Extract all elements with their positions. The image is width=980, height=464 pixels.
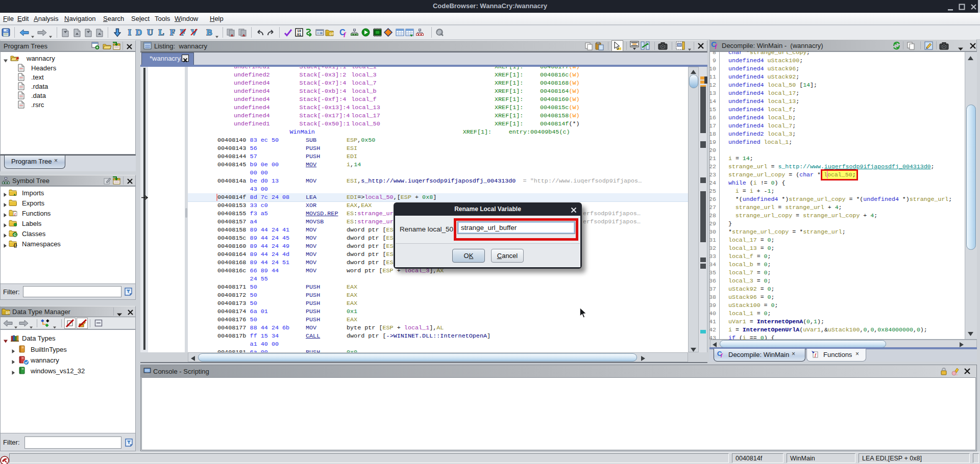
- svg-text:DT: DT: [330, 32, 334, 36]
- svg-text:{}: {}: [13, 243, 17, 248]
- svg-text:F: F: [170, 28, 175, 37]
- svg-text:I: I: [128, 28, 131, 37]
- svg-text:DT: DT: [6, 311, 11, 315]
- svg-text:B: B: [206, 28, 212, 37]
- svg-text:f: f: [721, 352, 723, 357]
- svg-text:01: 01: [297, 33, 301, 37]
- svg-text:U: U: [147, 28, 153, 37]
- svg-text:f: f: [344, 31, 347, 37]
- svg-text:D: D: [136, 28, 142, 37]
- svg-text:C: C: [14, 233, 17, 237]
- svg-text:L: L: [158, 28, 164, 37]
- svg-text:f: f: [715, 43, 718, 49]
